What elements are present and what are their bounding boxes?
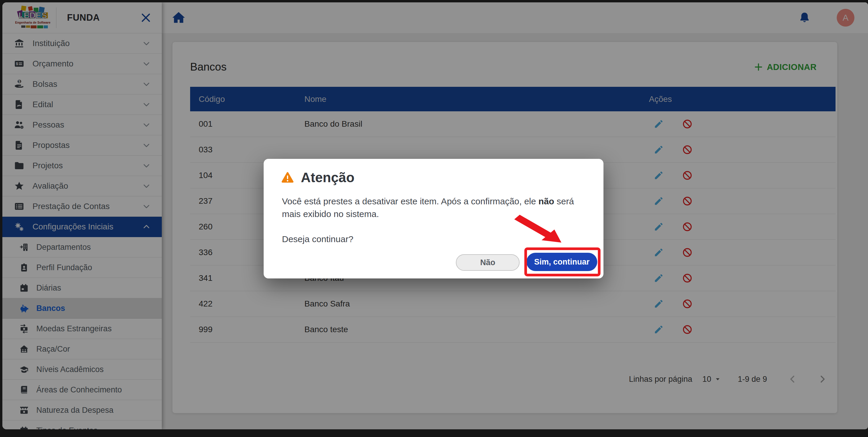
annotation-highlight-box	[524, 247, 600, 276]
dialog-question: Deseja continuar?	[282, 234, 353, 244]
dialog-title: Atenção	[301, 169, 354, 185]
screenshot-stage: LEDES Engenharia de Software FUNDA Insti…	[0, 0, 868, 437]
warning-icon	[281, 171, 294, 184]
cancel-button[interactable]: Não	[456, 254, 520, 271]
annotation-arrow	[513, 214, 563, 244]
